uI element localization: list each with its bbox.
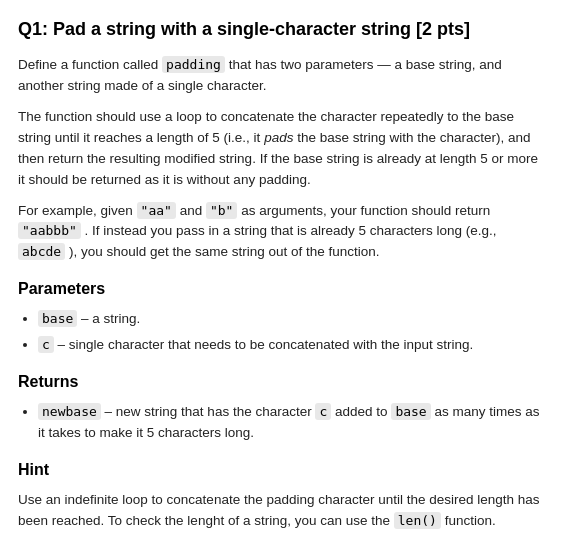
param2-desc: – single character that needs to be conc… (58, 337, 474, 352)
para3: For example, given "aa" and "b" as argum… (18, 201, 544, 264)
param2-item: c – single character that needs to be co… (38, 335, 544, 356)
para3-end: ), you should get the same string out of… (69, 244, 380, 259)
param1-item: base – a string. (38, 309, 544, 330)
return1-base-code: base (391, 403, 430, 420)
returns-heading: Returns (18, 370, 544, 394)
arg2-code: "b" (206, 202, 237, 219)
page-title: Q1: Pad a string with a single-character… (18, 16, 544, 43)
para2-italic: pads (264, 130, 293, 145)
param2-code: c (38, 336, 54, 353)
params-list: base – a string. c – single character th… (38, 309, 544, 356)
hint-end: function. (445, 513, 496, 528)
param1-desc: – a string. (81, 311, 140, 326)
return1-mid: added to (335, 404, 391, 419)
returns-list: newbase – new string that has the charac… (38, 402, 544, 444)
hint-func-code: len() (394, 512, 441, 529)
para3-prefix: For example, given (18, 203, 133, 218)
function-name-code: padding (162, 56, 225, 73)
hint-heading: Hint (18, 458, 544, 482)
para3-mid2: . If instead you pass in a string that i… (85, 223, 497, 238)
return1-code: newbase (38, 403, 101, 420)
para2: The function should use a loop to concat… (18, 107, 544, 191)
return1-pre: – new string that has the character (105, 404, 316, 419)
intro-text: Define a function called (18, 57, 158, 72)
return1-c-code: c (315, 403, 331, 420)
return1-item: newbase – new string that has the charac… (38, 402, 544, 444)
arg1-code: "aa" (137, 202, 176, 219)
para3-mid: as arguments, your function should retur… (241, 203, 490, 218)
intro-paragraph: Define a function called padding that ha… (18, 55, 544, 97)
result-code: "aabbb" (18, 222, 81, 239)
param1-code: base (38, 310, 77, 327)
params-heading: Parameters (18, 277, 544, 301)
para3-and: and (180, 203, 206, 218)
example2-code: abcde (18, 243, 65, 260)
hint-paragraph: Use an indefinite loop to concatenate th… (18, 490, 544, 532)
